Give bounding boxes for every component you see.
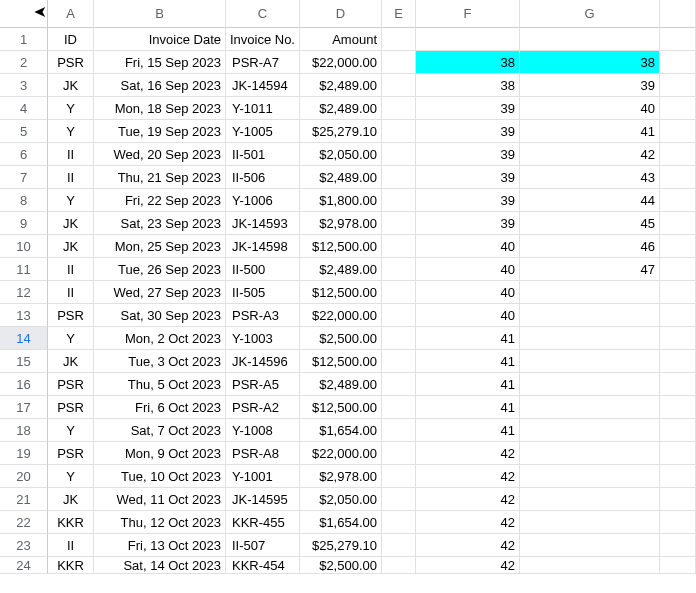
- cell-G6[interactable]: 42: [520, 143, 660, 166]
- cell-F5[interactable]: 39: [416, 120, 520, 143]
- column-header-G[interactable]: G: [520, 0, 660, 28]
- row-header-10[interactable]: 10: [0, 235, 48, 258]
- column-header-E[interactable]: E: [382, 0, 416, 28]
- cell-E17[interactable]: [382, 396, 416, 419]
- cell-D7[interactable]: $2,489.00: [300, 166, 382, 189]
- cell-B12[interactable]: Wed, 27 Sep 2023: [94, 281, 226, 304]
- row-header-8[interactable]: 8: [0, 189, 48, 212]
- cell-G23[interactable]: [520, 534, 660, 557]
- cell-B20[interactable]: Tue, 10 Oct 2023: [94, 465, 226, 488]
- cell-E19[interactable]: [382, 442, 416, 465]
- cell-F18[interactable]: 41: [416, 419, 520, 442]
- cell-A1[interactable]: ID: [48, 28, 94, 51]
- cell-B5[interactable]: Tue, 19 Sep 2023: [94, 120, 226, 143]
- row-header-17[interactable]: 17: [0, 396, 48, 419]
- cell-C4[interactable]: Y-1011: [226, 97, 300, 120]
- column-header-A[interactable]: A: [48, 0, 94, 28]
- cell-C10[interactable]: JK-14598: [226, 235, 300, 258]
- cell-F3[interactable]: 38: [416, 74, 520, 97]
- cell-edge-5[interactable]: [660, 120, 696, 143]
- row-header-20[interactable]: 20: [0, 465, 48, 488]
- column-header-D[interactable]: D: [300, 0, 382, 28]
- cell-E8[interactable]: [382, 189, 416, 212]
- cell-G11[interactable]: 47: [520, 258, 660, 281]
- cell-B8[interactable]: Fri, 22 Sep 2023: [94, 189, 226, 212]
- cell-D15[interactable]: $12,500.00: [300, 350, 382, 373]
- cell-E4[interactable]: [382, 97, 416, 120]
- cell-D21[interactable]: $2,050.00: [300, 488, 382, 511]
- cell-F7[interactable]: 39: [416, 166, 520, 189]
- cell-edge-9[interactable]: [660, 212, 696, 235]
- cell-B7[interactable]: Thu, 21 Sep 2023: [94, 166, 226, 189]
- cell-D16[interactable]: $2,489.00: [300, 373, 382, 396]
- cell-A5[interactable]: Y: [48, 120, 94, 143]
- cell-G22[interactable]: [520, 511, 660, 534]
- cell-G20[interactable]: [520, 465, 660, 488]
- cell-D13[interactable]: $22,000.00: [300, 304, 382, 327]
- cell-edge-7[interactable]: [660, 166, 696, 189]
- cell-C7[interactable]: II-506: [226, 166, 300, 189]
- cell-G12[interactable]: [520, 281, 660, 304]
- cell-E1[interactable]: [382, 28, 416, 51]
- cell-C9[interactable]: JK-14593: [226, 212, 300, 235]
- cell-D2[interactable]: $22,000.00: [300, 51, 382, 74]
- cell-F2[interactable]: 38: [416, 51, 520, 74]
- cell-C11[interactable]: II-500: [226, 258, 300, 281]
- cell-B4[interactable]: Mon, 18 Sep 2023: [94, 97, 226, 120]
- cell-E12[interactable]: [382, 281, 416, 304]
- cell-D1[interactable]: Amount: [300, 28, 382, 51]
- cell-edge-10[interactable]: [660, 235, 696, 258]
- cell-E15[interactable]: [382, 350, 416, 373]
- select-all-corner[interactable]: [0, 0, 48, 28]
- cell-D17[interactable]: $12,500.00: [300, 396, 382, 419]
- row-header-24[interactable]: 24: [0, 557, 48, 574]
- cell-A12[interactable]: II: [48, 281, 94, 304]
- cell-edge-23[interactable]: [660, 534, 696, 557]
- cell-F8[interactable]: 39: [416, 189, 520, 212]
- row-header-9[interactable]: 9: [0, 212, 48, 235]
- cell-A4[interactable]: Y: [48, 97, 94, 120]
- cell-C18[interactable]: Y-1008: [226, 419, 300, 442]
- cell-edge-8[interactable]: [660, 189, 696, 212]
- cell-edge-14[interactable]: [660, 327, 696, 350]
- row-header-16[interactable]: 16: [0, 373, 48, 396]
- cell-F10[interactable]: 40: [416, 235, 520, 258]
- cell-E5[interactable]: [382, 120, 416, 143]
- cell-A23[interactable]: II: [48, 534, 94, 557]
- cell-edge-17[interactable]: [660, 396, 696, 419]
- cell-F1[interactable]: [416, 28, 520, 51]
- cell-E23[interactable]: [382, 534, 416, 557]
- cell-edge-19[interactable]: [660, 442, 696, 465]
- cell-G24[interactable]: [520, 557, 660, 574]
- cell-F13[interactable]: 40: [416, 304, 520, 327]
- cell-D9[interactable]: $2,978.00: [300, 212, 382, 235]
- cell-F12[interactable]: 40: [416, 281, 520, 304]
- cell-C15[interactable]: JK-14596: [226, 350, 300, 373]
- cell-F20[interactable]: 42: [416, 465, 520, 488]
- cell-F19[interactable]: 42: [416, 442, 520, 465]
- cell-G1[interactable]: [520, 28, 660, 51]
- cell-D8[interactable]: $1,800.00: [300, 189, 382, 212]
- cell-B15[interactable]: Tue, 3 Oct 2023: [94, 350, 226, 373]
- cell-C3[interactable]: JK-14594: [226, 74, 300, 97]
- cell-D6[interactable]: $2,050.00: [300, 143, 382, 166]
- cell-edge-24[interactable]: [660, 557, 696, 574]
- cell-G14[interactable]: [520, 327, 660, 350]
- cell-D18[interactable]: $1,654.00: [300, 419, 382, 442]
- cell-edge-18[interactable]: [660, 419, 696, 442]
- cell-B9[interactable]: Sat, 23 Sep 2023: [94, 212, 226, 235]
- cell-C20[interactable]: Y-1001: [226, 465, 300, 488]
- cell-F4[interactable]: 39: [416, 97, 520, 120]
- row-header-3[interactable]: 3: [0, 74, 48, 97]
- cell-A19[interactable]: PSR: [48, 442, 94, 465]
- column-header-B[interactable]: B: [94, 0, 226, 28]
- cell-F24[interactable]: 42: [416, 557, 520, 574]
- cell-E18[interactable]: [382, 419, 416, 442]
- row-header-4[interactable]: 4: [0, 97, 48, 120]
- cell-E6[interactable]: [382, 143, 416, 166]
- row-header-13[interactable]: 13: [0, 304, 48, 327]
- cell-E24[interactable]: [382, 557, 416, 574]
- cell-A10[interactable]: JK: [48, 235, 94, 258]
- cell-A13[interactable]: PSR: [48, 304, 94, 327]
- row-header-1[interactable]: 1: [0, 28, 48, 51]
